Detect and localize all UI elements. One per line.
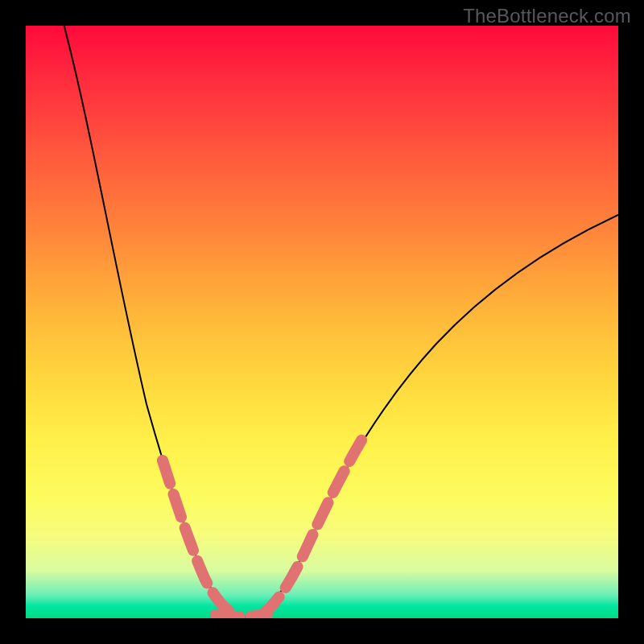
bottleneck-curve [26,26,618,618]
highlight-right [262,436,364,614]
curve-left [62,26,237,616]
highlight-left [163,460,233,614]
plot-area [26,26,618,618]
curve-right [256,215,618,616]
watermark-text: TheBottleneck.com [463,5,631,27]
chart-frame: TheBottleneck.com [0,0,644,644]
